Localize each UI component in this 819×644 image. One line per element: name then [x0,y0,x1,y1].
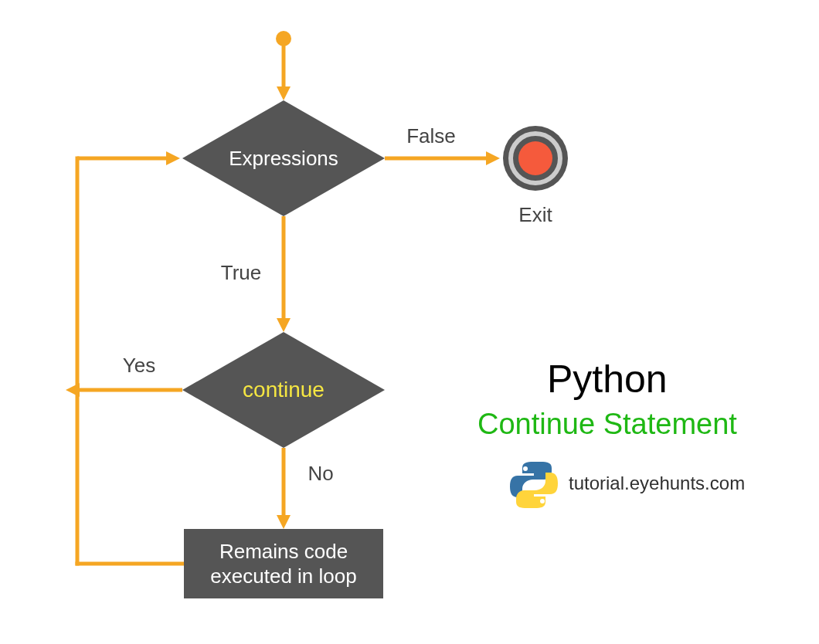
flowchart-diagram: Expressions False Exit True continue Yes… [0,0,819,644]
yes-label: Yes [123,354,155,377]
arrow-icon [166,151,180,165]
no-label: No [308,462,333,485]
remains-label-2: executed in loop [210,564,356,588]
website-url: tutorial.eyehunts.com [569,473,745,494]
continue-label: continue [243,378,325,402]
python-logo-icon [508,460,559,510]
exit-inner-icon [518,141,552,175]
false-label: False [406,124,456,147]
arrow-icon [277,515,291,529]
true-label: True [221,261,262,284]
title-python: Python [547,357,668,402]
arrow-icon [277,318,291,332]
title-continue-statement: Continue Statement [477,408,737,441]
remains-label-1: Remains code [219,540,348,563]
exit-label: Exit [518,203,552,226]
arrow-icon [486,151,500,165]
expressions-label: Expressions [229,147,338,170]
arrow-icon [277,86,291,100]
